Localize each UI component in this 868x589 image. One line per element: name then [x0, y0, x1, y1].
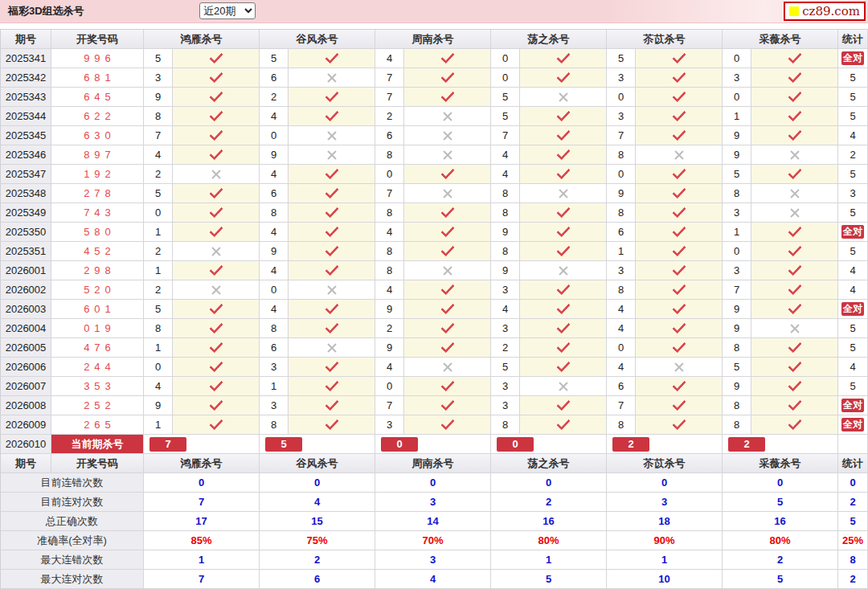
draw-number-cell: 298	[51, 261, 144, 280]
kill-number-cell: 3	[491, 396, 520, 415]
kill-number-cell: 9	[723, 145, 751, 165]
stats-value-cell: 16	[723, 512, 838, 531]
result-mark-cell	[404, 338, 491, 358]
column-header-kill-2: 周南杀号	[375, 454, 491, 473]
check-icon	[209, 126, 223, 141]
kill-number-cell: 2	[491, 338, 520, 358]
current-period-label: 当前期杀号	[51, 435, 144, 454]
stats-value-cell: 2	[260, 550, 375, 570]
check-icon	[672, 223, 686, 237]
current-kill-cell: 2	[607, 435, 723, 454]
kill-number-cell: 3	[607, 107, 636, 126]
result-mark-cell	[636, 396, 723, 415]
result-mark-cell	[404, 126, 491, 145]
kill-number-cell: 5	[491, 107, 520, 126]
result-mark-cell	[289, 68, 375, 88]
result-mark-cell	[404, 280, 491, 300]
kill-number-cell: 6	[260, 184, 289, 203]
stats-value-cell: 75%	[260, 531, 375, 550]
stats-value-cell: 15	[260, 512, 375, 531]
stat-cell: 5	[838, 88, 868, 107]
stats-value-cell: 6	[260, 570, 375, 589]
result-mark-cell	[404, 396, 491, 415]
check-icon	[440, 415, 454, 430]
stat-cell: 全对	[838, 300, 868, 319]
kill-number-cell: 5	[144, 49, 173, 68]
result-mark-cell	[636, 319, 723, 338]
draw-number-cell: 996	[51, 49, 144, 68]
result-mark-cell	[173, 88, 260, 107]
kill-number-cell: 4	[260, 300, 289, 319]
stat-cell: 5	[838, 107, 868, 126]
cross-icon	[789, 188, 800, 198]
check-icon	[556, 415, 570, 430]
kill-number-cell: 8	[375, 203, 404, 223]
cross-icon	[558, 188, 568, 198]
kill-number-cell: 9	[723, 319, 751, 338]
column-header-period: 期号	[1, 454, 51, 473]
current-kill-badge: 0	[381, 437, 418, 452]
result-mark-cell	[173, 107, 260, 126]
stat-cell: 全对	[838, 223, 868, 242]
site-logo[interactable]: cz89.com	[784, 2, 866, 21]
result-mark-cell	[404, 300, 491, 319]
draw-number-cell: 252	[51, 396, 144, 415]
kill-number-cell: 0	[723, 88, 751, 107]
column-header-kill-2: 周南杀号	[375, 30, 491, 49]
check-icon	[325, 358, 338, 372]
result-mark-cell	[404, 88, 491, 107]
kill-number-cell: 1	[144, 261, 173, 280]
check-icon	[672, 415, 686, 430]
kill-number-cell: 8	[723, 396, 751, 415]
kill-number-cell: 4	[607, 300, 636, 319]
result-mark-cell	[636, 165, 723, 184]
kill-number-cell: 4	[260, 165, 289, 184]
kill-number-cell: 7	[607, 126, 636, 145]
kill-number-cell: 9	[491, 261, 520, 280]
stats-value-cell: 1	[491, 550, 607, 570]
result-mark-cell	[173, 377, 260, 396]
column-header-draw: 开奖号码	[51, 30, 144, 49]
stats-value-cell: 4	[260, 493, 375, 512]
result-mark-cell	[636, 261, 723, 280]
kill-number-cell: 2	[144, 165, 173, 184]
column-header-kill-0: 鸿雁杀号	[144, 30, 260, 49]
current-kill-cell: 7	[144, 435, 260, 454]
period-cell: 2025349	[1, 203, 51, 223]
check-icon	[672, 203, 686, 218]
check-icon	[556, 107, 570, 121]
check-icon	[788, 415, 801, 430]
result-mark-cell	[751, 300, 838, 319]
cross-icon	[326, 72, 337, 83]
check-icon	[325, 415, 338, 430]
result-mark-cell	[636, 415, 723, 435]
check-icon	[440, 49, 454, 63]
result-mark-cell	[404, 261, 491, 280]
result-mark-cell	[173, 68, 260, 88]
kill-number-cell: 3	[607, 261, 636, 280]
result-mark-cell	[289, 242, 375, 261]
check-icon	[440, 165, 454, 179]
cross-icon	[326, 342, 337, 353]
result-mark-cell	[404, 184, 491, 203]
check-icon	[209, 300, 223, 314]
period-range-select[interactable]: 近20期	[199, 2, 256, 19]
kill-number-cell: 8	[723, 338, 751, 358]
period-cell: 2025343	[1, 88, 51, 107]
kill-number-cell: 8	[607, 415, 636, 435]
check-icon	[672, 377, 686, 391]
period-cell: 2026004	[1, 319, 51, 338]
current-kill-badge: 0	[497, 437, 534, 452]
kill-number-cell: 3	[144, 68, 173, 88]
result-mark-cell	[520, 223, 607, 242]
result-mark-cell	[404, 377, 491, 396]
period-cell: 2026010	[1, 435, 51, 454]
result-mark-cell	[636, 223, 723, 242]
period-cell: 2025351	[1, 242, 51, 261]
stat-cell: 5	[838, 319, 868, 338]
check-icon	[672, 88, 686, 102]
column-header-kill-5: 采薇杀号	[723, 454, 838, 473]
check-icon	[556, 126, 570, 141]
result-mark-cell	[636, 377, 723, 396]
kill-number-cell: 0	[723, 242, 751, 261]
